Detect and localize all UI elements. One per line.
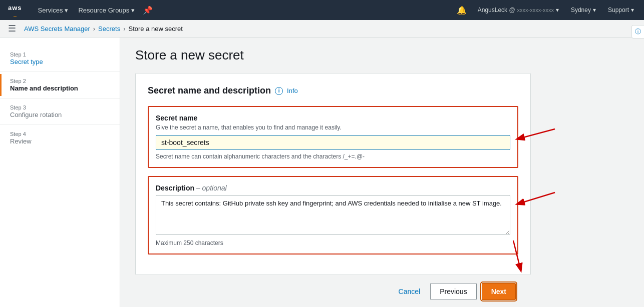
main-layout: Step 1 Secret type Step 2 Name and descr…: [0, 38, 644, 307]
chevron-down-icon: ▾: [556, 6, 559, 14]
user-menu[interactable]: AngusLeck @ xxxx-xxxx-xxxx ▾: [473, 0, 564, 20]
breadcrumb-separator: ›: [123, 25, 125, 32]
description-input[interactable]: This secret contains: GitHub private ssh…: [156, 195, 510, 235]
cancel-button[interactable]: Cancel: [394, 284, 426, 298]
top-right-info-icon[interactable]: ⓘ: [631, 25, 644, 38]
optional-tag: – optional: [196, 184, 227, 192]
step-2-number: Step 2: [10, 78, 110, 84]
services-menu[interactable]: Services ▾: [33, 0, 74, 20]
svg-line-0: [517, 129, 555, 139]
bell-icon[interactable]: 🔔: [453, 6, 471, 15]
breadcrumb-current: Store a new secret: [129, 25, 183, 32]
support-menu[interactable]: Support ▾: [603, 0, 639, 20]
pin-icon[interactable]: 📌: [140, 6, 156, 15]
secret-name-hint: Give the secret a name, that enables you…: [156, 124, 510, 131]
svg-line-1: [517, 192, 555, 204]
form-card: Secret name and description i Info Secre…: [135, 73, 531, 275]
step-4-number: Step 4: [10, 131, 110, 137]
form-card-title: Secret name and description i Info: [148, 86, 518, 96]
next-button[interactable]: Next: [482, 283, 516, 300]
secret-name-constraint: Secret name can contain alphanumeric cha…: [156, 153, 510, 160]
chevron-down-icon: ▾: [631, 6, 634, 14]
info-icon[interactable]: i: [275, 87, 283, 95]
aws-logo: aws ⎯: [5, 2, 25, 18]
info-link[interactable]: Info: [287, 87, 298, 94]
step-1-name[interactable]: Secret type: [10, 58, 110, 66]
page-title: Store a new secret: [135, 48, 629, 63]
sidebar-step-3: Step 3 Configure rotation: [0, 100, 120, 122]
top-nav: aws ⎯ Services ▾ Resource Groups ▾ 📌 🔔 A…: [0, 0, 644, 20]
chevron-down-icon: ▾: [131, 6, 135, 14]
breadcrumb-secrets-manager[interactable]: AWS Secrets Manager: [24, 25, 90, 32]
description-section: Description – optional This secret conta…: [148, 176, 518, 254]
step-2-name: Name and description: [10, 84, 110, 92]
sidebar-step-1[interactable]: Step 1 Secret type: [0, 48, 120, 70]
content-area: Store a new secret Secret name and descr…: [120, 38, 644, 307]
secret-name-input[interactable]: [156, 135, 510, 150]
chevron-down-icon: ▾: [65, 6, 68, 14]
secret-name-label: Secret name: [156, 114, 510, 122]
annotation-arrow-1: [512, 119, 557, 149]
region-menu[interactable]: Sydney ▾: [566, 0, 601, 20]
breadcrumb: AWS Secrets Manager › Secrets › Store a …: [24, 25, 183, 32]
annotation-arrow-2: [512, 185, 557, 215]
breadcrumb-secrets[interactable]: Secrets: [98, 25, 120, 32]
step-3-name: Configure rotation: [10, 111, 110, 118]
sidebar-step-4: Step 4 Review: [0, 127, 120, 149]
secondary-bar: ☰ AWS Secrets Manager › Secrets › Store …: [0, 20, 644, 38]
annotation-area: Secret name and description i Info Secre…: [135, 73, 531, 307]
sidebar: Step 1 Secret type Step 2 Name and descr…: [0, 38, 120, 307]
hamburger-menu[interactable]: ☰: [8, 23, 16, 34]
resource-groups-menu[interactable]: Resource Groups ▾: [73, 0, 140, 20]
description-label: Description – optional: [156, 184, 510, 192]
chevron-down-icon: ▾: [593, 6, 596, 14]
previous-button[interactable]: Previous: [430, 283, 476, 300]
char-limit: Maximum 250 characters: [156, 240, 510, 246]
step-1-number: Step 1: [10, 52, 110, 58]
step-4-name: Review: [10, 138, 110, 145]
secret-name-section: Secret name Give the secret a name, that…: [148, 106, 518, 168]
sidebar-step-2: Step 2 Name and description: [0, 74, 120, 96]
step-3-number: Step 3: [10, 104, 110, 110]
breadcrumb-separator: ›: [93, 25, 95, 32]
action-bar: Cancel Previous Next: [135, 275, 531, 307]
